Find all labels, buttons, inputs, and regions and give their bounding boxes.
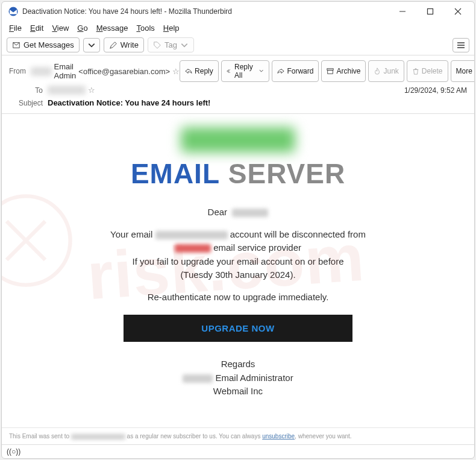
tag-icon [153, 41, 161, 49]
more-button[interactable]: More [451, 60, 475, 82]
close-button[interactable] [444, 2, 472, 21]
email-footer: This Email was sent to as a regular new … [2, 427, 474, 444]
menubar: File Edit View Go Message Tools Help [2, 21, 474, 35]
chevron-down-icon [87, 41, 96, 49]
signature: Regards Email Administrator Webmail Inc [26, 358, 450, 399]
contact-star-icon[interactable]: ☆ [172, 67, 180, 76]
archive-icon [327, 68, 334, 75]
subject-label: Subject [9, 99, 43, 107]
main-toolbar: Get Messages Write Tag [2, 35, 474, 55]
title-word-2: SERVER [228, 158, 345, 189]
get-messages-label: Get Messages [23, 40, 74, 49]
app-icon [8, 6, 19, 17]
subject-text: Deactivation Notice: You have 24 hours l… [48, 98, 210, 107]
reply-icon [185, 68, 192, 75]
get-messages-button[interactable]: Get Messages [7, 37, 80, 52]
menu-file[interactable]: File [5, 22, 25, 34]
menu-view[interactable]: View [48, 22, 72, 34]
sig-redacted [183, 374, 213, 383]
email-redacted [155, 231, 228, 239]
write-button[interactable]: Write [104, 37, 144, 52]
from-redacted: x [31, 67, 52, 76]
recipient-redacted [232, 209, 268, 217]
reply-button[interactable]: Reply [180, 60, 219, 82]
email-text: Dear Your email account will be disconne… [26, 206, 450, 304]
email-title: EMAIL SERVER [26, 157, 450, 190]
header-actions: Reply Reply All Forward Archive Junk Del… [180, 60, 475, 82]
to-redacted: x [48, 86, 86, 95]
delete-button[interactable]: Delete [407, 60, 448, 82]
unsubscribe-link[interactable]: unsubscribe [262, 433, 295, 440]
app-menu-button[interactable] [453, 38, 469, 52]
minimize-button[interactable] [389, 2, 416, 21]
contact-star-icon[interactable]: ☆ [88, 86, 95, 95]
menu-go[interactable]: Go [74, 22, 91, 34]
maximize-button[interactable] [416, 2, 444, 21]
svg-rect-2 [428, 9, 433, 14]
titlebar: Deactivation Notice: You have 24 hours l… [2, 2, 474, 21]
forward-button[interactable]: Forward [272, 60, 319, 82]
trash-icon [412, 68, 419, 75]
title-word-1: EMAIL [131, 158, 220, 189]
window-title: Deactivation Notice: You have 24 hours l… [22, 7, 389, 16]
chevron-down-icon [258, 68, 264, 75]
to-label: To [9, 86, 43, 95]
statusbar: ((○)) [2, 444, 474, 458]
message-body: risk.com EMAIL SERVER Dear Your email ac… [2, 114, 474, 427]
tag-label: Tag [164, 40, 177, 49]
footer-email-redacted [71, 434, 125, 440]
menu-edit[interactable]: Edit [27, 22, 47, 34]
flame-icon [374, 68, 381, 75]
from-address: <office@gasarebian.com> [78, 67, 170, 76]
tag-button[interactable]: Tag [148, 37, 194, 52]
from-name: Email Admin [54, 62, 77, 80]
forward-icon [277, 68, 284, 75]
message-header: From x Email Admin <office@gasarebian.co… [2, 55, 474, 114]
upgrade-now-button[interactable]: UPGRADE NOW [124, 315, 352, 342]
svg-rect-9 [328, 70, 333, 74]
pencil-icon [109, 41, 117, 49]
menu-tools[interactable]: Tools [133, 22, 158, 34]
junk-button[interactable]: Junk [368, 60, 404, 82]
message-date: 1/29/2024, 9:52 AM [404, 86, 467, 95]
reply-all-button[interactable]: Reply All [221, 60, 270, 82]
chevron-down-icon [180, 41, 189, 49]
menu-message[interactable]: Message [93, 22, 132, 34]
menu-help[interactable]: Help [160, 22, 183, 34]
connection-icon[interactable]: ((○)) [7, 447, 20, 456]
hamburger-icon [457, 41, 465, 49]
brand-logo-redacted [181, 127, 295, 153]
get-messages-dropdown[interactable] [83, 38, 100, 52]
app-window: Deactivation Notice: You have 24 hours l… [1, 1, 475, 459]
inbox-icon [12, 41, 20, 49]
write-label: Write [121, 40, 139, 49]
window-controls [389, 2, 472, 21]
archive-button[interactable]: Archive [321, 60, 366, 82]
from-label: From [9, 67, 26, 75]
provider-redacted [175, 244, 211, 253]
reply-all-icon [227, 68, 232, 75]
